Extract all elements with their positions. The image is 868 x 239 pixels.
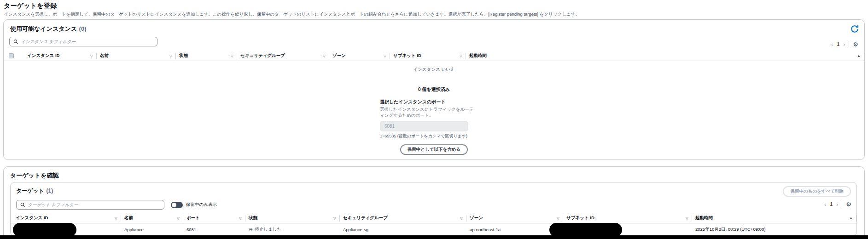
targets-container: ターゲット (1) 保留中のものをすべて削除 保留中のみ表示 ‹ — [10, 182, 857, 236]
column-label: インスタンス ID — [27, 53, 59, 59]
port-label: 選択したインスタンスのポート — [380, 99, 488, 105]
port-input[interactable] — [380, 121, 468, 131]
next-page-button[interactable]: › — [843, 41, 845, 47]
include-pending-button[interactable]: 保留中として以下を含める — [400, 144, 468, 155]
column-zone[interactable]: ゾーン ▽ — [466, 215, 563, 222]
sort-caret-icon: ▽ — [323, 54, 326, 58]
column-launch-time[interactable]: 起動時間 ▲ — [692, 215, 856, 222]
port-description: 選択したインスタンスにトラフィックをルーティングするためのポート。 — [380, 107, 476, 119]
sort-caret-icon: ▽ — [686, 216, 688, 220]
prev-page-button[interactable]: ‹ — [824, 201, 826, 207]
sort-caret-icon: ▽ — [115, 216, 117, 220]
column-state[interactable]: 状態 ▽ — [245, 215, 340, 222]
targets-pagination: ‹ 1 › ⚙ — [824, 201, 851, 207]
selected-count-text: 0 個を選択済み — [4, 86, 864, 93]
available-instances-title: 使用可能なインスタンス — [10, 25, 77, 32]
targets-filter-input[interactable] — [28, 202, 160, 207]
empty-state-text: インスタンス いいえ — [4, 67, 864, 73]
instances-filter-box — [9, 37, 157, 46]
sort-asc-icon: ▲ — [849, 216, 853, 220]
available-instances-panel: 使用可能なインスタンス (0) ‹ 1 › ⚙ インスタンス ID ▽ 名前 — [3, 19, 865, 160]
sort-caret-icon: ▽ — [557, 216, 559, 220]
column-label: 起動時間 — [695, 215, 713, 221]
checkbox-icon — [9, 53, 14, 58]
gear-icon[interactable]: ⚙ — [846, 201, 851, 207]
remove-all-pending-button[interactable]: 保留中のものをすべて削除 — [783, 186, 851, 197]
sort-caret-icon: ▽ — [333, 216, 336, 220]
pager-divider — [842, 201, 842, 207]
next-page-button[interactable]: › — [836, 201, 838, 207]
sort-caret-icon: ▽ — [169, 54, 172, 58]
sort-caret-icon: ▽ — [231, 54, 233, 58]
available-instances-header: 使用可能なインスタンス (0) — [4, 20, 864, 33]
column-port[interactable]: ポート ▽ — [183, 215, 245, 222]
column-zone[interactable]: ゾーン ▽ — [329, 53, 390, 59]
column-label: 状態 — [179, 53, 188, 59]
column-subnet-id[interactable]: サブネット ID ▽ — [390, 53, 466, 59]
targets-filter-box — [16, 200, 164, 210]
page-title: ターゲットを登録 — [0, 0, 868, 10]
targets-header: ターゲット (1) — [16, 186, 53, 195]
cell-zone: ap-northeast-1a — [466, 227, 563, 232]
gear-icon[interactable]: ⚙ — [853, 41, 858, 47]
current-page[interactable]: 1 — [837, 42, 839, 47]
column-label: サブネット ID — [393, 53, 421, 59]
sort-caret-icon: ▽ — [460, 216, 463, 220]
column-label: セキュリティグループ — [343, 215, 388, 221]
column-label: ゾーン — [470, 215, 483, 221]
column-label: ゾーン — [332, 53, 346, 59]
review-targets-title: ターゲットを確認 — [4, 167, 864, 180]
targets-title: ターゲット — [16, 188, 44, 194]
toggle-knob — [172, 203, 176, 207]
redacted-subnet-id — [549, 223, 622, 237]
column-state[interactable]: 状態 ▽ — [176, 53, 237, 59]
column-instance-id[interactable]: インスタンス ID ▽ — [11, 215, 121, 222]
column-label: 名前 — [100, 53, 109, 59]
cell-name: Appliance — [121, 227, 183, 232]
select-all-checkbox[interactable] — [4, 53, 24, 59]
cell-launch-time: 2025年10月2日, 08:29 (UTC+09:00) — [692, 227, 769, 233]
search-icon — [13, 39, 18, 44]
column-label: サブネット ID — [566, 215, 594, 221]
target-row[interactable]: Appliance 6081 ⊖ 停止しました Appliance-sg ap-… — [11, 223, 856, 235]
cell-security-group: Appliance-sg — [340, 227, 466, 232]
current-page[interactable]: 1 — [830, 202, 833, 207]
review-targets-panel: ターゲットを確認 ターゲット (1) 保留中のものをすべて削除 保留中のみ — [3, 166, 865, 239]
instances-filter-input[interactable] — [21, 39, 153, 44]
column-label: ポート — [186, 215, 200, 221]
sort-caret-icon: ▽ — [90, 54, 93, 58]
column-label: インスタンス ID — [16, 215, 48, 221]
column-subnet-id[interactable]: サブネット ID ▽ — [563, 215, 692, 222]
column-security-group[interactable]: セキュリティグループ ▽ — [237, 53, 329, 59]
redacted-instance-id — [13, 223, 76, 237]
refresh-button[interactable] — [850, 24, 859, 34]
cell-state: ⊖ 停止しました — [245, 227, 340, 233]
page-description: インスタンスを選択し、ポートを指定して、保留中のターゲットのリストにインスタンス… — [0, 10, 868, 17]
targets-table-header: インスタンス ID ▽ 名前 ▽ ポート ▽ 状態 ▽ セキュリティグループ ▽… — [11, 213, 856, 223]
prev-page-button[interactable]: ‹ — [831, 41, 833, 47]
sort-caret-icon: ▽ — [177, 216, 180, 220]
targets-count: (1) — [47, 188, 53, 194]
sort-caret-icon: ▽ — [460, 54, 462, 58]
sort-caret-icon: ▽ — [384, 54, 386, 58]
pending-only-toggle[interactable] — [171, 202, 183, 208]
column-security-group[interactable]: セキュリティグループ ▽ — [340, 215, 466, 222]
cell-port: 6081 — [183, 227, 245, 232]
column-label: 状態 — [249, 215, 257, 221]
pager-divider — [849, 41, 849, 47]
state-label: 停止しました — [255, 227, 281, 233]
column-name[interactable]: 名前 ▽ — [121, 215, 183, 222]
column-name[interactable]: 名前 ▽ — [97, 53, 176, 59]
port-constraint-text: 1~65535 (複数のポートをカンマで区切ります) — [380, 133, 488, 139]
sort-asc-icon: ▲ — [857, 54, 861, 58]
column-instance-id[interactable]: インスタンス ID ▽ — [24, 53, 97, 59]
column-label: 起動時間 — [469, 53, 487, 59]
port-section: 選択したインスタンスのポート 選択したインスタンスにトラフィックをルーティングす… — [380, 99, 488, 139]
instances-table-header: インスタンス ID ▽ 名前 ▽ 状態 ▽ セキュリティグループ ▽ ゾーン ▽… — [4, 51, 864, 61]
instances-pagination: ‹ 1 › ⚙ — [831, 41, 858, 47]
column-launch-time[interactable]: 起動時間 ▲ — [466, 53, 864, 59]
available-instances-count: (0) — [79, 25, 87, 32]
sort-caret-icon: ▽ — [239, 216, 242, 220]
stopped-icon: ⊖ — [249, 227, 253, 232]
column-label: セキュリティグループ — [240, 53, 285, 59]
